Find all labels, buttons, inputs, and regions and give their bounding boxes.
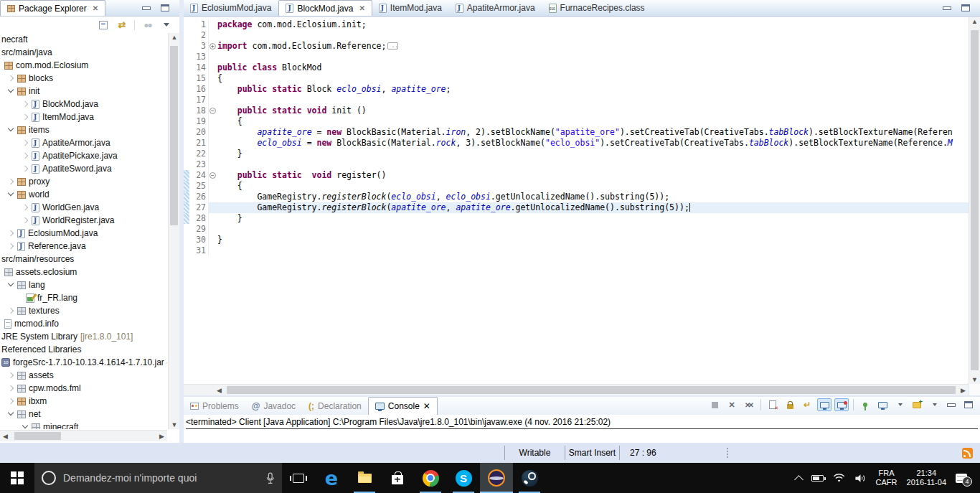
code-line-13[interactable]: 13: [184, 52, 969, 62]
scroll-up-icon[interactable]: ▲: [969, 18, 980, 25]
collapse-arrow-icon[interactable]: [7, 191, 14, 198]
scroll-right-icon[interactable]: ▶: [156, 433, 167, 440]
tree-item-com-mod-eclosium[interactable]: com.mod.Eclosium: [0, 59, 167, 72]
tree-item-assets-eclosium[interactable]: assets.eclosium: [0, 266, 167, 278]
expand-arrow-icon[interactable]: [22, 100, 29, 108]
tree-item-fr-fr-lang[interactable]: fr_FR.lang: [0, 291, 167, 304]
cortana-search-box[interactable]: Demandez-moi n'importe quoi: [34, 463, 282, 493]
minimize-icon[interactable]: [943, 6, 951, 10]
tree-item-worldgen-java[interactable]: WorldGen.java: [0, 201, 167, 214]
console-display-selected-console-button[interactable]: [875, 398, 890, 411]
volume-icon[interactable]: [854, 474, 867, 483]
expand-arrow-icon[interactable]: [7, 398, 14, 405]
console-pin-console-button[interactable]: [858, 398, 872, 411]
tree-item-apatitepickaxe-java[interactable]: ApatitePickaxe.java: [0, 149, 167, 162]
taskbar-app-edge[interactable]: e: [315, 463, 348, 493]
code-line-29[interactable]: 29: [184, 224, 969, 235]
expand-arrow-icon[interactable]: [7, 75, 14, 82]
taskbar-app-chrome[interactable]: [414, 463, 447, 493]
tree-item-reference-java[interactable]: Reference.java: [0, 240, 167, 253]
console-minimize-button[interactable]: [944, 398, 958, 411]
tree-item-referenced-libraries[interactable]: Referenced Libraries: [0, 343, 167, 356]
code-line-23[interactable]: 23: [184, 159, 969, 170]
tree-item-blocks[interactable]: blocks: [0, 72, 167, 85]
collapse-arrow-icon[interactable]: [7, 88, 14, 95]
maximize-icon[interactable]: [161, 4, 169, 11]
expand-arrow-icon[interactable]: [22, 113, 29, 121]
tree-item-apatitearmor-java[interactable]: ApatiteArmor.java: [0, 136, 167, 149]
collapse-arrow-icon[interactable]: [7, 410, 14, 418]
scrollbar-thumb[interactable]: [14, 432, 61, 440]
tree-item-forgesrc-1-7-10-10-13-4-1614-1-7-10-jar[interactable]: forgeSrc-1.7.10-10.13.4.1614-1.7.10.jar …: [0, 356, 167, 369]
dropdown-arrow-icon[interactable]: [927, 398, 941, 411]
close-icon[interactable]: ✕: [93, 4, 98, 12]
tree-item-assets[interactable]: assets: [0, 369, 167, 382]
taskbar-app-steam[interactable]: [513, 463, 546, 493]
expand-fold-icon[interactable]: +: [209, 43, 216, 50]
tree-item-jre-system-library[interactable]: JRE System Library [jre1.8.0_101]: [0, 330, 167, 343]
package-explorer-horizontal-scrollbar[interactable]: ◀ ▶: [0, 430, 167, 441]
scroll-left-icon[interactable]: ◀: [0, 433, 11, 440]
code-line-2[interactable]: 2: [184, 30, 969, 41]
tree-item-apatitesword-java[interactable]: ApatiteSword.java: [0, 162, 167, 175]
code-line-15[interactable]: 15{: [184, 73, 969, 84]
console-word-wrap-button[interactable]: ↵: [800, 398, 814, 411]
expand-arrow-icon[interactable]: [22, 217, 29, 224]
tree-item-items[interactable]: items: [0, 123, 167, 136]
tree-item-lang[interactable]: lang: [0, 278, 167, 291]
editor-vertical-scrollbar[interactable]: ▲ ▼: [969, 17, 980, 384]
collapse-arrow-icon[interactable]: [7, 281, 14, 288]
console-terminate-button[interactable]: [707, 398, 722, 411]
console-tab-problems[interactable]: Problems: [184, 397, 245, 415]
tree-item-blockmod-java[interactable]: BlockMod.java: [0, 98, 167, 111]
code-line-24[interactable]: 24− public static void register(): [184, 170, 969, 181]
taskbar-app-eclipse[interactable]: [480, 463, 513, 493]
battery-icon[interactable]: [811, 475, 824, 482]
tree-item-proxy[interactable]: proxy: [0, 175, 167, 188]
close-icon[interactable]: ✕: [359, 4, 364, 12]
code-line-31[interactable]: 31: [184, 245, 969, 256]
tree-item-src-main-resources[interactable]: src/main/resources: [0, 253, 167, 266]
console-remove-launch-button[interactable]: ✕: [725, 398, 739, 411]
console-tab-declaration[interactable]: (;Declaration: [302, 397, 368, 415]
scrollbar-thumb[interactable]: [170, 46, 178, 225]
console-open-console-button[interactable]: [910, 398, 924, 411]
expand-arrow-icon[interactable]: [7, 385, 14, 392]
code-line-20[interactable]: 20 apatite_ore = new BlockBasic(Material…: [184, 127, 969, 138]
tree-item-cpw-mods-fml[interactable]: cpw.mods.fml: [0, 382, 167, 395]
editor-tab-blockmod-java[interactable]: BlockMod.java✕: [278, 0, 372, 16]
editor-tab-apatitearmor-java[interactable]: ApatiteArmor.java: [449, 0, 542, 16]
code-line-17[interactable]: 17: [184, 95, 969, 105]
code-line-21[interactable]: 21 eclo_obsi = new BlockBasic(Material.r…: [184, 138, 969, 149]
editor-tab-eclosiummod-java[interactable]: EclosiumMod.java: [184, 0, 278, 16]
package-explorer-vertical-scrollbar[interactable]: ▲ ▼: [168, 33, 179, 429]
expand-arrow-icon[interactable]: [22, 139, 29, 146]
code-line-19[interactable]: 19 {: [184, 116, 969, 127]
tree-item-init[interactable]: init: [0, 85, 167, 98]
scroll-left-icon[interactable]: ◀: [214, 387, 225, 394]
tray-chevron-icon[interactable]: [794, 475, 804, 484]
tree-item-src-main-java[interactable]: src/main/java: [0, 46, 167, 59]
expand-arrow-icon[interactable]: [7, 372, 14, 379]
scrollbar-thumb[interactable]: [971, 30, 979, 370]
collapse-all-button[interactable]: [97, 19, 109, 30]
collapse-arrow-icon[interactable]: [7, 126, 14, 133]
minimize-icon[interactable]: [142, 6, 151, 10]
collapse-arrow-icon[interactable]: [22, 423, 29, 429]
focus-on-active-task-button[interactable]: ●●: [141, 19, 154, 30]
code-line-1[interactable]: 1package com.mod.Eclosium.init;: [184, 19, 969, 30]
tree-item-worldregister-java[interactable]: WorldRegister.java: [0, 214, 167, 227]
tree-item-ibxm[interactable]: ibxm: [0, 395, 167, 408]
tree-item-mcmod-info[interactable]: mcmod.info: [0, 317, 167, 330]
scroll-down-icon[interactable]: ▼: [969, 376, 980, 383]
wifi-icon[interactable]: [833, 474, 845, 483]
clock[interactable]: 21:34 2016-11-04: [907, 469, 946, 487]
console-scroll-lock-button[interactable]: [783, 398, 797, 411]
tree-item-textures[interactable]: textures: [0, 304, 167, 317]
tab-package-explorer[interactable]: Package Explorer ✕: [0, 0, 105, 16]
code-line-22[interactable]: 22 }: [184, 149, 969, 159]
tree-item-eclosiummod-java[interactable]: EclosiumMod.java: [0, 227, 167, 240]
taskbar-app-file-explorer[interactable]: [348, 463, 381, 493]
code-line-30[interactable]: 30}: [184, 235, 969, 245]
scroll-up-icon[interactable]: ▲: [169, 34, 180, 41]
